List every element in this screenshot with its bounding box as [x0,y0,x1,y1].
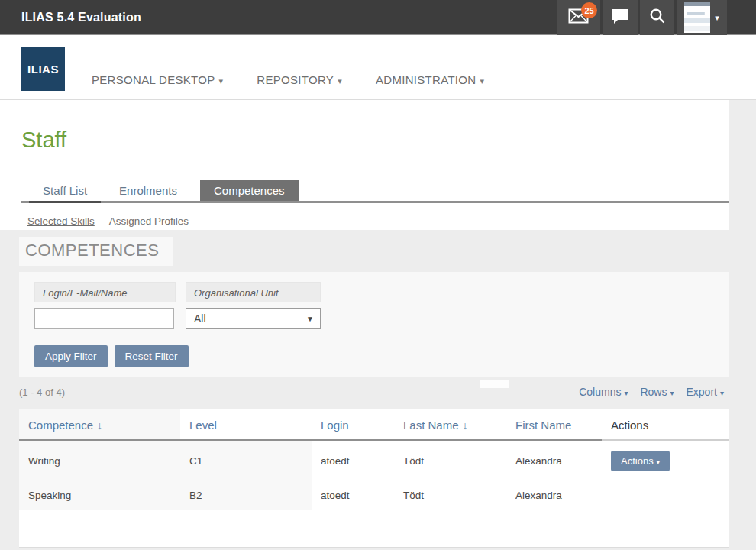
filter-panel: Login/E-Mail/Name Organisational Unit Al… [19,272,729,377]
page-title: Staff [21,100,729,153]
nav-repository[interactable]: REPOSITORY▾ [257,73,342,86]
table-row: Speaking B2 atoedt Tödt Alexandra [19,480,729,510]
mail-button[interactable]: 25 [557,0,600,35]
last-name-cell: Tödt [394,440,506,480]
main-nav: PERSONAL DESKTOP▾ REPOSITORY▾ ADMINISTRA… [92,73,518,86]
level-cell: B2 [180,480,312,510]
sort-desc-icon: ↓ [463,419,468,432]
top-bar: ILIAS 5.4 Evaluation 25 [0,0,756,35]
sort-competence-header[interactable]: Competence↓ [28,419,102,432]
content-container: Login/E-Mail/Name Organisational Unit Al… [19,272,729,548]
filter-name-label: Login/E-Mail/Name [34,282,176,302]
competences-table: Competence↓ Level Login Last Name↓ First… [19,409,729,510]
chevron-down-icon: ▾ [715,13,719,23]
search-button[interactable] [640,0,674,35]
filter-orgunit-label: Organisational Unit [186,282,321,302]
login-cell: atoedt [312,480,394,510]
tab-competences[interactable]: Competences [200,180,299,201]
page-header-section: Staff Staff List Enrolments Competences … [0,100,729,230]
table-row: Writing C1 atoedt Tödt Alexandra Actions… [19,440,729,480]
app-title: ILIAS 5.4 Evaluation [21,11,141,24]
chat-icon [611,8,629,28]
rows-dropdown[interactable]: Rows▾ [640,386,674,398]
nav-personal-desktop[interactable]: PERSONAL DESKTOP▾ [92,73,223,86]
sort-desc-icon: ↓ [97,419,102,432]
competences-table-block: Competence↓ Level Login Last Name↓ First… [19,409,729,548]
sort-login-header[interactable]: Login [321,419,349,432]
first-name-cell: Alexandra [506,440,602,480]
sort-last-name-header[interactable]: Last Name↓ [403,419,468,432]
tab-staff-list[interactable]: Staff List [32,180,98,201]
login-cell: atoedt [312,440,394,480]
table-toolbar: (1 - 4 of 4) Columns▾ Rows▾ Export▾ [19,377,729,409]
sort-level-header[interactable]: Level [189,419,217,432]
columns-dropdown[interactable]: Columns▾ [579,386,628,398]
chevron-down-icon: ▾ [670,389,674,397]
section-heading: COMPETENCES [19,237,173,266]
header-band: ILIAS PERSONAL DESKTOP▾ REPOSITORY▾ ADMI… [0,35,756,100]
competence-cell: Speaking [19,480,180,510]
ilias-logo[interactable]: ILIAS [21,47,65,91]
chat-button[interactable] [603,0,638,35]
user-avatar [684,2,710,33]
export-dropdown[interactable]: Export▾ [687,386,725,398]
row-actions-button[interactable]: Actions ▾ [611,451,670,471]
sort-first-name-header[interactable]: First Name [515,419,571,432]
apply-filter-button[interactable]: Apply Filter [34,345,108,367]
filter-name-input[interactable] [34,308,174,329]
orgunit-selected-value: All [194,312,206,325]
nav-administration[interactable]: ADMINISTRATION▾ [376,73,484,86]
chevron-down-icon: ▾ [480,76,484,86]
chevron-down-icon: ▾ [720,389,724,397]
competence-cell: Writing [19,440,180,480]
chevron-down-icon: ▼ [306,315,314,323]
result-range: (1 - 4 of 4) [19,387,65,398]
user-menu-button[interactable]: ▾ [677,0,727,35]
chevron-down-icon: ▾ [338,76,342,86]
last-name-cell: Tödt [394,480,506,510]
reset-filter-button[interactable]: Reset Filter [115,345,189,367]
level-cell: C1 [180,440,312,480]
search-icon [649,8,666,28]
mail-count-badge: 25 [581,2,597,18]
tab-enrolments[interactable]: Enrolments [108,180,188,201]
chevron-down-icon: ▾ [219,76,224,86]
table-header-row: Competence↓ Level Login Last Name↓ First… [19,409,729,440]
subtab-bar: Selected Skills Assigned Profiles [21,215,729,227]
orgunit-select[interactable]: All ▼ [186,308,321,329]
top-actions: 25 ▾ [554,0,727,35]
chevron-down-icon: ▾ [624,389,628,397]
subtab-selected-skills[interactable]: Selected Skills [27,215,95,227]
actions-header: Actions [611,419,648,432]
tab-bar: Staff List Enrolments Competences [21,180,729,203]
subtab-assigned-profiles[interactable]: Assigned Profiles [109,215,189,227]
toolbar-highlight [480,380,509,388]
first-name-cell: Alexandra [506,480,602,510]
chevron-down-icon: ▾ [656,458,660,466]
